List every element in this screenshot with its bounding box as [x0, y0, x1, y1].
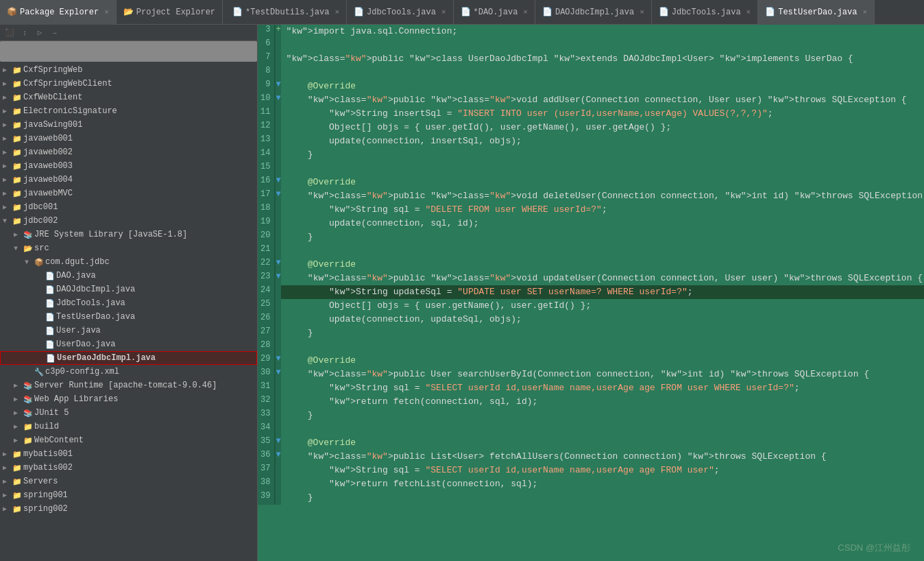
- left-panel: ⬛ ↕ ▷ – ▶📁CxfSpringWeb▶📁CxfSpringWebClie…: [0, 25, 258, 561]
- tree-item[interactable]: ▶📁javawebMVC: [0, 187, 257, 200]
- tree-item[interactable]: ▼📂src: [0, 241, 257, 255]
- tree-item-icon: 📁: [11, 491, 23, 500]
- tree-expand-arrow[interactable]: ▶: [3, 66, 11, 74]
- tree-item[interactable]: 📄DAOJdbcImpl.java: [0, 283, 257, 296]
- tree-expand-arrow[interactable]: ▶: [14, 395, 22, 403]
- editor-tab-close[interactable]: ×: [862, 8, 867, 16]
- editor-tab-close[interactable]: ×: [441, 8, 446, 16]
- tree-item-icon: 📁: [11, 162, 23, 171]
- tree-item-label: jdbc001: [23, 202, 257, 212]
- tree-item[interactable]: ▶📚Server Runtime [apache-tomcat-9.0.46]: [0, 379, 257, 392]
- code-content: "kw">class="kw">public List<User> fetchA…: [281, 450, 924, 464]
- toolbar-minimize[interactable]: –: [48, 26, 62, 40]
- code-editor-area[interactable]: 3+"kw">import java.sql.Connection;67"kw"…: [258, 25, 924, 561]
- tree-item[interactable]: 📄UserDaoJdbcImpl.java: [0, 351, 257, 365]
- line-marker: [275, 52, 280, 66]
- tree-item[interactable]: ▶📁javaweb004: [0, 173, 257, 187]
- tree-expand-arrow[interactable]: ▶: [14, 381, 22, 390]
- tree-item[interactable]: ▶📁spring002: [0, 502, 257, 516]
- editor-tab-label: JdbcTools.java: [672, 8, 741, 17]
- editor-tab-5[interactable]: 📄 TestUserDao.java×: [758, 0, 875, 25]
- tree-item[interactable]: ▼📦com.dgut.jdbc: [0, 255, 257, 269]
- editor-tab-2[interactable]: 📄 *DAO.java×: [454, 0, 535, 25]
- editor-tab-0[interactable]: 📄 *TestDbutils.java×: [226, 0, 347, 25]
- tab-project-explorer[interactable]: 📂 Project Explorer: [117, 0, 223, 25]
- toolbar-collapse-all[interactable]: ⬛: [3, 26, 16, 40]
- tree-item[interactable]: 📄DAO.java: [0, 269, 257, 283]
- tree-expand-arrow[interactable]: ▶: [3, 491, 11, 499]
- tree-item[interactable]: ▶📁WebContent: [0, 433, 257, 447]
- code-line: 3+"kw">import java.sql.Connection;: [258, 25, 924, 38]
- tree-expand-arrow[interactable]: ▶: [3, 121, 11, 129]
- tree-expand-arrow[interactable]: ▶: [3, 464, 11, 472]
- toolbar-view-menu[interactable]: ▷: [33, 26, 47, 40]
- tree-expand-arrow[interactable]: ▶: [3, 176, 11, 184]
- tree-scroll[interactable]: ▶📁CxfSpringWeb▶📁CxfSpringWebClient▶📁CxfW…: [0, 62, 257, 561]
- editor-tab-close[interactable]: ×: [640, 8, 644, 16]
- tree-item[interactable]: ▶📁javaSwing001: [0, 118, 257, 132]
- tree-expand-arrow[interactable]: ▶: [3, 80, 11, 88]
- line-marker: [275, 203, 280, 217]
- tree-item[interactable]: ▼📁jdbc002: [0, 214, 257, 228]
- editor-tab-4[interactable]: 📄 JdbcTools.java×: [652, 0, 758, 25]
- code-content: @Override: [281, 176, 924, 189]
- line-number: 39: [258, 491, 275, 505]
- tree-item[interactable]: 📄User.java: [0, 324, 257, 337]
- toolbar-link-editor[interactable]: ↕: [18, 26, 32, 40]
- line-marker: [275, 381, 280, 395]
- tree-item[interactable]: ▶📚JUnit 5: [0, 406, 257, 420]
- tree-expand-arrow[interactable]: ▶: [14, 422, 22, 431]
- editor-tab-close[interactable]: ×: [523, 8, 528, 16]
- tree-expand-arrow[interactable]: ▶: [3, 203, 11, 211]
- tree-item[interactable]: 🔧c3p0-config.xml: [0, 365, 257, 379]
- tree-item[interactable]: ▶📁CxfSpringWebClient: [0, 77, 257, 91]
- code-content: update(connection, sql, id);: [281, 217, 924, 230]
- tree-expand-arrow[interactable]: ▼: [14, 245, 22, 252]
- tree-expand-arrow[interactable]: ▶: [14, 230, 22, 239]
- tree-item[interactable]: ▶📁CxfWebClient: [0, 91, 257, 104]
- tree-item[interactable]: ▶📁javaweb001: [0, 132, 257, 145]
- tree-expand-arrow[interactable]: ▶: [3, 162, 11, 170]
- tree-item[interactable]: ▶📁mybatis002: [0, 461, 257, 475]
- tree-item[interactable]: ▶📁jdbc001: [0, 200, 257, 214]
- line-number: 23: [258, 272, 275, 285]
- tab-close-package-explorer[interactable]: ×: [104, 8, 109, 16]
- tree-expand-arrow[interactable]: ▶: [3, 477, 11, 486]
- tree-expand-arrow[interactable]: ▶: [3, 148, 11, 156]
- tree-expand-arrow[interactable]: ▶: [3, 505, 11, 513]
- tree-expand-arrow[interactable]: ▶: [3, 93, 11, 102]
- tree-item[interactable]: ▶📁spring001: [0, 488, 257, 502]
- tree-item[interactable]: ▶📁javaweb002: [0, 145, 257, 159]
- tree-expand-arrow[interactable]: ▼: [25, 259, 33, 266]
- tree-item[interactable]: ▶📁build: [0, 420, 257, 433]
- tree-item[interactable]: ▶📁CxfSpringWeb: [0, 63, 257, 77]
- tree-item[interactable]: ▶📚Web App Libraries: [0, 392, 257, 406]
- tree-expand-arrow[interactable]: ▶: [14, 436, 22, 444]
- tree-item[interactable]: ▶📁ElectronicSignature: [0, 104, 257, 118]
- tree-item-icon: 📁: [11, 450, 23, 459]
- tree-item[interactable]: 📄JdbcTools.java: [0, 296, 257, 310]
- tree-item-icon: 📁: [11, 107, 23, 116]
- tree-expand-arrow[interactable]: ▶: [3, 134, 11, 143]
- tree-item[interactable]: 📄TestUserDao.java: [0, 310, 257, 324]
- tree-item[interactable]: ▶📚JRE System Library [JavaSE-1.8]: [0, 228, 257, 241]
- tree-item[interactable]: 📄UserDao.java: [0, 337, 257, 351]
- editor-tab-1[interactable]: 📄 JdbcTools.java×: [347, 0, 453, 25]
- tree-expand-arrow[interactable]: ▶: [3, 107, 11, 115]
- tree-expand-arrow[interactable]: ▶: [14, 409, 22, 417]
- editor-tab-3[interactable]: 📄 DAOJdbcImpl.java×: [535, 0, 652, 25]
- editor-tab-close[interactable]: ×: [335, 8, 339, 16]
- tree-expand-arrow[interactable]: ▶: [3, 450, 11, 458]
- tree-item[interactable]: ▶📁mybatis001: [0, 447, 257, 461]
- code-content: }: [281, 491, 924, 505]
- tree-expand-arrow[interactable]: ▶: [3, 189, 11, 198]
- tree-item-label: javaweb001: [23, 134, 257, 143]
- editor-tab-close[interactable]: ×: [746, 8, 751, 16]
- tree-item-icon: 📁: [11, 134, 23, 143]
- tree-item[interactable]: ▶📁javaweb003: [0, 159, 257, 173]
- tree-expand-arrow[interactable]: ▼: [3, 217, 11, 225]
- tree-item[interactable]: ▶📁Servers: [0, 475, 257, 488]
- tab-package-explorer[interactable]: 📦 Package Explorer ×: [0, 0, 117, 25]
- code-content: @Override: [281, 436, 924, 450]
- tree-item-label: Server Runtime [apache-tomcat-9.0.46]: [34, 381, 257, 390]
